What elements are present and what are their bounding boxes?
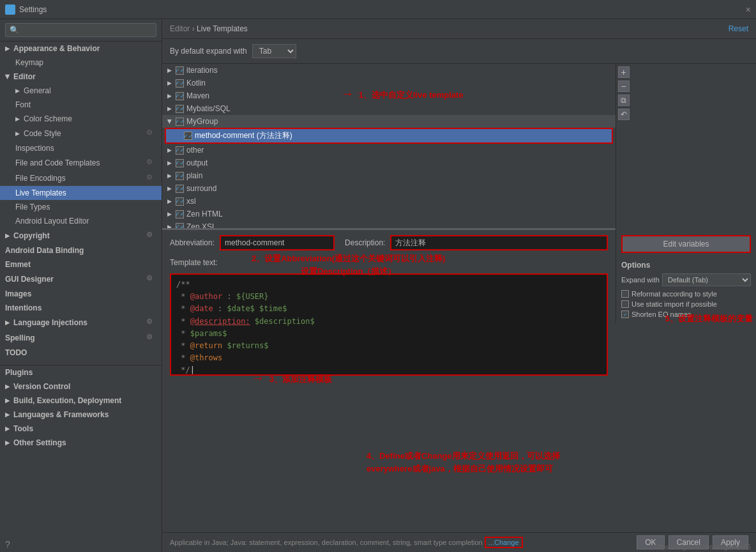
- group-other[interactable]: ▶ ✓ other: [162, 144, 616, 157]
- titlebar: Settings ×: [0, 0, 756, 19]
- triangle-zenhtml: ▶: [167, 211, 172, 217]
- help-button[interactable]: ?: [5, 539, 10, 549]
- sidebar-item-font[interactable]: Font: [0, 98, 162, 112]
- triangle-icon: ▶: [5, 45, 10, 52]
- group-zenxsl[interactable]: ▶ ✓ Zen XSL: [162, 220, 616, 230]
- group-output[interactable]: ▶ ✓ output: [162, 157, 616, 169]
- sidebar-item-editor[interactable]: ▶ Editor: [0, 70, 162, 84]
- checkbox-kotlin[interactable]: ✓: [176, 79, 184, 88]
- triangle-icon-li: ▶: [5, 319, 10, 326]
- checkbox-surround[interactable]: ✓: [176, 185, 184, 193]
- sidebar-item-spelling[interactable]: Spelling ⚙: [0, 330, 162, 346]
- abbreviation-input[interactable]: [220, 235, 335, 250]
- copy-template-button[interactable]: ⧉: [618, 95, 630, 106]
- triangle-kotlin: ▶: [167, 80, 172, 86]
- checkbox-mygroup[interactable]: ✓: [176, 118, 184, 126]
- sidebar-item-androidlayout[interactable]: Android Layout Editor: [0, 214, 162, 228]
- group-iterations[interactable]: ▶ ✓ iterations: [162, 64, 616, 77]
- group-xsl[interactable]: ▶ ✓ xsl: [162, 195, 616, 208]
- sidebar-item-intentions[interactable]: Intentions: [0, 301, 162, 315]
- group-surround[interactable]: ▶ ✓ surround: [162, 182, 616, 195]
- group-plain[interactable]: ▶ ✓ plain: [162, 169, 616, 182]
- checkbox-other[interactable]: ✓: [176, 146, 184, 155]
- triangle-surround: ▶: [167, 185, 172, 192]
- code-line-4: * @description: $description$: [176, 316, 601, 328]
- expand-with-select[interactable]: Tab Enter Space: [252, 44, 296, 58]
- sidebar-item-images[interactable]: Images: [0, 287, 162, 301]
- triangle-icon-vc: ▶: [5, 383, 10, 390]
- triangle-iterations: ▶: [167, 67, 172, 73]
- checkbox-output[interactable]: ✓: [176, 159, 184, 167]
- triangle-icon-codestyle: ▶: [15, 130, 20, 137]
- abbr-desc-row: Abbreviation: Description:: [170, 235, 608, 250]
- checkbox-mybatis[interactable]: ✓: [176, 105, 184, 113]
- sidebar-item-filecodetemplates[interactable]: File and Code Templates ⚙: [0, 155, 162, 171]
- template-item-label: method-comment (方法注释): [195, 130, 292, 141]
- abbreviation-label: Abbreviation:: [170, 238, 215, 247]
- code-line-7: * @throws: [176, 352, 601, 364]
- code-line-6: * @return $returns$: [176, 340, 601, 352]
- watermark: https://blog.csdn.net/zengwenzi55: [654, 544, 751, 551]
- add-template-button[interactable]: +: [618, 66, 630, 78]
- code-line-3: * @date : $date$ $time$: [176, 303, 601, 315]
- remove-template-button[interactable]: −: [618, 80, 630, 92]
- template-item-method-comment[interactable]: ✓ method-comment (方法注释): [165, 128, 613, 144]
- code-line-8: */|: [176, 364, 601, 376]
- sidebar-item-emmet[interactable]: Emmet: [0, 257, 162, 272]
- checkbox-iterations[interactable]: ✓: [176, 66, 184, 75]
- reset-template-button[interactable]: ↶: [618, 109, 630, 120]
- static-import-checkbox[interactable]: [621, 300, 629, 308]
- close-button[interactable]: ×: [746, 4, 751, 15]
- sidebar-item-buildexecution[interactable]: ▶ Build, Execution, Deployment: [0, 394, 162, 408]
- sidebar-item-filetypes[interactable]: File Types: [0, 200, 162, 214]
- reset-button[interactable]: Reset: [729, 24, 748, 33]
- checkbox-maven[interactable]: ✓: [176, 92, 184, 100]
- sidebar-item-languagesframeworks[interactable]: ▶ Languages & Frameworks: [0, 408, 162, 422]
- edit-variables-button[interactable]: Edit variables: [621, 235, 751, 253]
- sidebar-item-languageinjections[interactable]: ▶ Language Injections ⚙: [0, 315, 162, 330]
- sidebar-item-othersettings[interactable]: ▶ Other Settings: [0, 436, 162, 450]
- reformat-checkbox-row: Reformat according to style: [621, 290, 751, 298]
- group-mygroup[interactable]: ▶ ✓ MyGroup: [162, 115, 616, 128]
- shorten-eq-checkbox[interactable]: ✓: [621, 310, 629, 318]
- sidebar-item-androiddatabinding[interactable]: Android Data Binding: [0, 243, 162, 257]
- sidebar-item-guidesigner[interactable]: GUI Designer ⚙: [0, 272, 162, 287]
- sidebar-item-tools[interactable]: ▶ Tools: [0, 422, 162, 436]
- sidebar-item-copyright[interactable]: ▶ Copyright ⚙: [0, 228, 162, 243]
- group-mybatis[interactable]: ▶ ✓ Mybatis/SQL: [162, 102, 616, 115]
- main-layout: ▶ Appearance & Behavior Keymap ▶ Editor …: [0, 19, 756, 552]
- group-kotlin[interactable]: ▶ ✓ Kotlin: [162, 77, 616, 89]
- code-editor[interactable]: /** * @author : ${USER} * @date : $date$…: [170, 273, 608, 376]
- sidebar-item-versioncontrol[interactable]: ▶ Version Control: [0, 379, 162, 394]
- triangle-icon-other: ▶: [5, 440, 10, 446]
- method-comment-wrapper: ✓ method-comment (方法注释): [162, 128, 616, 144]
- description-input[interactable]: [390, 235, 608, 250]
- sidebar-item-general[interactable]: ▶ General: [0, 84, 162, 98]
- checkbox-zenhtml[interactable]: ✓: [176, 210, 184, 218]
- template-area: ▶ ✓ iterations ▶ ✓ Kotlin ▶ ✓ Maven: [162, 64, 756, 532]
- sidebar-item-codestyle[interactable]: ▶ Code Style ⚙: [0, 126, 162, 141]
- checkbox-method-comment[interactable]: ✓: [184, 132, 192, 140]
- sidebar-item-colorscheme[interactable]: ▶ Color Scheme: [0, 112, 162, 126]
- sidebar-item-fileencodings[interactable]: File Encodings ⚙: [0, 171, 162, 186]
- checkbox-plain[interactable]: ✓: [176, 172, 184, 180]
- triangle-output: ▶: [167, 160, 172, 166]
- sidebar-item-plugins[interactable]: Plugins: [0, 365, 162, 379]
- sidebar-item-inspections[interactable]: Inspections: [0, 141, 162, 155]
- expand-with-options-select[interactable]: Default (Tab) Tab Enter Space: [662, 273, 751, 286]
- checkbox-xsl[interactable]: ✓: [176, 197, 184, 206]
- sidebar-item-todo[interactable]: TODO: [0, 346, 162, 360]
- search-input[interactable]: [5, 23, 156, 37]
- expand-with-label: Expand with: [621, 276, 660, 284]
- triangle-zenxsl: ▶: [167, 224, 172, 230]
- code-line-2: * @author : ${USER}: [176, 291, 601, 303]
- group-zenhtml[interactable]: ▶ ✓ Zen HTML: [162, 208, 616, 220]
- checkbox-zenxsl[interactable]: ✓: [176, 223, 184, 231]
- sidebar-item-appearance[interactable]: ▶ Appearance & Behavior: [0, 42, 162, 56]
- triangle-xsl: ▶: [167, 198, 172, 204]
- reformat-checkbox[interactable]: [621, 290, 629, 298]
- group-maven[interactable]: ▶ ✓ Maven: [162, 89, 616, 102]
- sidebar-item-keymap[interactable]: Keymap: [0, 56, 162, 70]
- change-link[interactable]: ...Change: [485, 537, 523, 548]
- sidebar-item-livetemplates[interactable]: Live Templates: [0, 186, 162, 200]
